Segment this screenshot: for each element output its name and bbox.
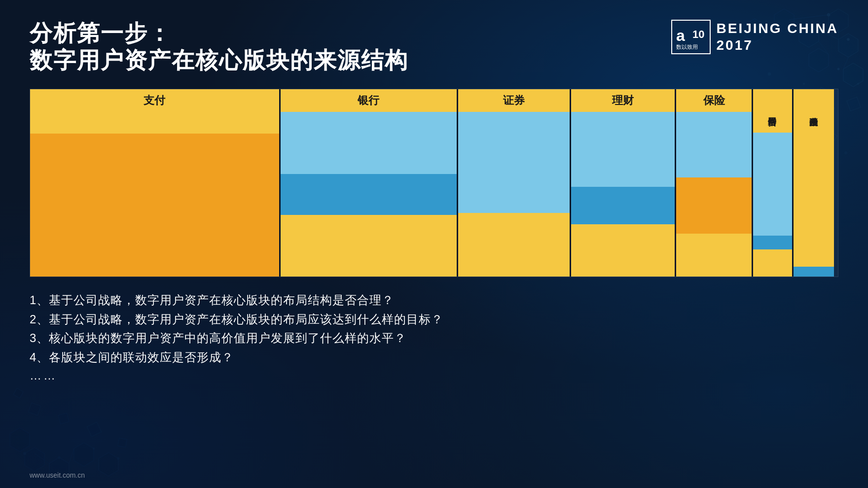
- footer-url: www.useit.com.cn: [30, 471, 85, 479]
- seg-5-0: [753, 133, 792, 236]
- title-block: 分析第一步： 数字用户资产在核心版块的来源结构: [30, 20, 671, 74]
- seg-1-1: [281, 174, 457, 215]
- svg-text:数以致用: 数以致用: [676, 44, 698, 50]
- seg-3-0: [571, 112, 675, 187]
- logo-year: 2017: [717, 37, 838, 54]
- svg-point-41: [23, 452, 26, 455]
- svg-text:a: a: [676, 27, 685, 44]
- col-header-3: 理财: [571, 89, 675, 112]
- col-header-6: 消费金融: [794, 89, 834, 133]
- ellipsis: ……: [30, 369, 838, 383]
- chart-col-4: 保险: [676, 89, 753, 277]
- question-3: 3、核心版块的数字用户资产中的高价值用户发展到了什么样的水平？: [30, 329, 838, 348]
- seg-6-0: [794, 133, 834, 266]
- seg-2-0: [458, 112, 570, 213]
- seg-0-1: [30, 134, 279, 277]
- svg-point-43: [93, 448, 95, 450]
- col-header-0: 支付: [30, 89, 279, 112]
- logo-text-group: BEIJING CHINA 2017: [717, 20, 838, 53]
- svg-line-39: [35, 453, 49, 463]
- chart-col-3: 理财: [571, 89, 676, 277]
- seg-4-1: [676, 177, 752, 234]
- seg-4-2: [676, 234, 752, 277]
- seg-6-1: [794, 267, 834, 277]
- svg-rect-37: [87, 422, 101, 436]
- header: 分析第一步： 数字用户资产在核心版块的来源结构 a 10 数以致用 BEIJIN…: [30, 20, 838, 74]
- title-line1: 分析第一步：: [30, 20, 671, 47]
- chart-container: 支付银行证券理财保险网络借贷消费金融: [30, 89, 838, 277]
- question-1: 1、基于公司战略，数字用户资产在核心版块的布局结构是否合理？: [30, 291, 838, 310]
- title-line2: 数字用户资产在核心版块的来源结构: [30, 47, 671, 74]
- svg-marker-33: [99, 453, 118, 476]
- svg-marker-29: [25, 448, 44, 471]
- chart-col-5: 网络借贷: [753, 89, 794, 277]
- logo-area: a 10 数以致用 BEIJING CHINA 2017: [671, 20, 838, 54]
- seg-3-1: [571, 187, 675, 224]
- seg-3-2: [571, 224, 675, 277]
- chart-col-1: 银行: [281, 89, 458, 277]
- chart-col-6: 消费金融: [794, 89, 834, 277]
- question-2: 2、基于公司战略，数字用户资产在核心版块的布局应该达到什么样的目标？: [30, 310, 838, 329]
- seg-2-1: [458, 213, 570, 277]
- svg-point-42: [58, 456, 61, 459]
- svg-marker-31: [10, 428, 30, 452]
- col-header-4: 保险: [676, 89, 752, 112]
- seg-5-1: [753, 236, 792, 249]
- svg-rect-34: [28, 403, 41, 416]
- questions-section: 1、基于公司战略，数字用户资产在核心版块的布局结构是否合理？2、基于公司战略，数…: [30, 291, 838, 383]
- chart-col-2: 证券: [458, 89, 571, 277]
- svg-text:10: 10: [692, 28, 704, 40]
- seg-1-0: [281, 112, 457, 174]
- seg-4-0: [676, 112, 752, 177]
- seg-5-2: [753, 249, 792, 277]
- logo-icon: a 10 数以致用: [671, 20, 711, 54]
- seg-1-2: [281, 215, 457, 277]
- question-4: 4、各版块之间的联动效应是否形成？: [30, 348, 838, 367]
- logo-beijing-china: BEIJING CHINA: [717, 20, 838, 37]
- footer: www.useit.com.cn: [30, 471, 85, 479]
- chart-inner: 支付银行证券理财保险网络借贷消费金融: [30, 89, 838, 277]
- svg-rect-35: [58, 413, 69, 424]
- col-header-1: 银行: [281, 89, 457, 112]
- svg-marker-32: [74, 443, 94, 466]
- svg-line-40: [69, 449, 74, 463]
- svg-point-44: [117, 457, 120, 460]
- seg-0-0: [30, 112, 279, 134]
- col-header-5: 网络借贷: [753, 89, 792, 133]
- col-header-2: 证券: [458, 89, 570, 112]
- svg-rect-38: [118, 438, 127, 448]
- chart-col-0: 支付: [30, 89, 281, 277]
